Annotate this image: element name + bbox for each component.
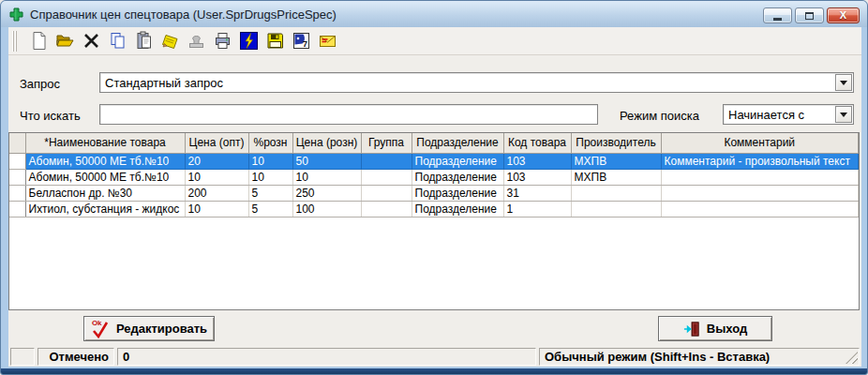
table-cell[interactable]: 1 bbox=[503, 201, 571, 217]
table-cell[interactable]: Подразделение bbox=[412, 153, 503, 169]
column-header[interactable]: Подразделение bbox=[412, 133, 503, 153]
table-cell[interactable] bbox=[361, 153, 412, 169]
row-marker[interactable] bbox=[9, 153, 25, 169]
copy-icon bbox=[108, 31, 127, 51]
table-cell[interactable]: 10 bbox=[248, 153, 292, 169]
table-cell[interactable]: 103 bbox=[503, 169, 571, 185]
table-cell[interactable] bbox=[661, 185, 859, 201]
mail-icon bbox=[318, 31, 337, 51]
table-row[interactable]: Абомин, 50000 МЕ тб.№10201050Подразделен… bbox=[9, 153, 859, 169]
print-button[interactable] bbox=[209, 29, 235, 53]
table-cell[interactable]: 31 bbox=[503, 185, 571, 201]
table-cell[interactable]: Абомин, 50000 МЕ тб.№10 bbox=[25, 153, 185, 169]
chevron-down-icon bbox=[840, 112, 847, 121]
table-row[interactable]: Абомин, 50000 МЕ тб.№10101010Подразделен… bbox=[9, 169, 859, 185]
search-mode-label: Режим поиска bbox=[620, 109, 699, 123]
window-content: 7 Запрос Стандартный запрос Что искать Р… bbox=[8, 27, 861, 367]
open-folder-button[interactable] bbox=[52, 29, 78, 53]
execute-query-button[interactable] bbox=[235, 29, 262, 53]
table-cell[interactable]: 10 bbox=[185, 201, 248, 217]
table-cell[interactable]: 10 bbox=[248, 169, 292, 185]
table-cell[interactable]: 250 bbox=[292, 185, 361, 201]
table-cell[interactable] bbox=[661, 169, 859, 185]
delete-button[interactable] bbox=[78, 29, 104, 53]
table-cell[interactable]: МХПВ bbox=[571, 169, 661, 185]
table-cell[interactable]: 50 bbox=[292, 153, 361, 169]
column-header[interactable]: Комментарий bbox=[661, 133, 859, 153]
column-header[interactable]: Производитель bbox=[571, 133, 661, 153]
table-row[interactable]: Ихтиол, субстанция - жидкос105100Подразд… bbox=[9, 201, 859, 217]
ok-check-icon: Ok bbox=[91, 320, 110, 338]
marker-column-header bbox=[9, 133, 25, 153]
table-cell[interactable] bbox=[361, 201, 412, 217]
save-button[interactable] bbox=[262, 29, 288, 53]
table-cell[interactable]: 10 bbox=[292, 169, 361, 185]
exit-button[interactable]: Выход bbox=[658, 316, 772, 341]
table-cell[interactable]: 10 bbox=[185, 169, 248, 185]
stamp-icon bbox=[187, 31, 206, 51]
table-cell[interactable]: Подразделение bbox=[412, 201, 503, 217]
minimize-button[interactable] bbox=[763, 8, 792, 23]
table-cell[interactable]: 200 bbox=[185, 185, 248, 201]
query-dropdown-button[interactable] bbox=[835, 74, 852, 91]
column-header[interactable]: Цена (розн) bbox=[292, 133, 361, 153]
column-header[interactable]: Группа bbox=[361, 133, 412, 153]
marked-label: Отмечено bbox=[49, 350, 109, 364]
new-document-button[interactable] bbox=[25, 29, 52, 53]
maximize-button[interactable] bbox=[795, 8, 824, 23]
row-marker[interactable] bbox=[9, 169, 25, 185]
save-icon bbox=[265, 31, 285, 51]
row-marker[interactable] bbox=[9, 201, 25, 217]
mail-button[interactable] bbox=[314, 29, 340, 53]
delete-icon bbox=[82, 31, 101, 51]
row-marker[interactable] bbox=[9, 185, 25, 201]
table-cell[interactable]: 100 bbox=[292, 201, 361, 217]
minimize-icon bbox=[773, 18, 782, 21]
mode-status-text: Обычный режим (Shift+Ins - Вставка) bbox=[545, 350, 770, 364]
caption-buttons: X bbox=[763, 8, 860, 23]
table-cell[interactable] bbox=[661, 201, 859, 217]
table-cell[interactable]: Белласпон др. №30 bbox=[25, 185, 185, 201]
table-cell[interactable]: 5 bbox=[248, 185, 292, 201]
titlebar[interactable]: Справочник цен спецтовара (User.SprDrugs… bbox=[1, 1, 867, 27]
column-header[interactable]: Код товара bbox=[503, 133, 571, 153]
status-panel-marked-count: 0 bbox=[117, 348, 536, 366]
table-cell[interactable]: Подразделение bbox=[412, 185, 503, 201]
table-cell[interactable]: 20 bbox=[185, 153, 248, 169]
table-cell[interactable]: Ихтиол, субстанция - жидкос bbox=[25, 201, 185, 217]
paste-icon bbox=[134, 31, 154, 51]
resize-grip[interactable] bbox=[846, 352, 858, 364]
table-cell[interactable]: МХПВ bbox=[571, 153, 661, 169]
table-cell[interactable]: Абомин, 50000 МЕ тб.№10 bbox=[25, 169, 185, 185]
table-cell[interactable] bbox=[571, 201, 661, 217]
table-cell[interactable]: Подразделение bbox=[412, 169, 503, 185]
exit-door-icon bbox=[683, 321, 700, 338]
report-icon: 7 bbox=[292, 31, 311, 51]
edit-note-button[interactable] bbox=[157, 29, 183, 53]
query-combobox[interactable]: Стандартный запрос bbox=[99, 72, 854, 93]
search-mode-dropdown-button[interactable] bbox=[835, 106, 852, 123]
paste-button[interactable] bbox=[130, 29, 157, 53]
table-row[interactable]: Белласпон др. №302005250Подразделение31 bbox=[9, 185, 859, 201]
table-cell[interactable] bbox=[361, 185, 412, 201]
status-panel-mode: Обычный режим (Shift+Ins - Вставка) bbox=[539, 348, 860, 366]
table-cell[interactable] bbox=[361, 169, 412, 185]
marked-count: 0 bbox=[123, 350, 129, 364]
search-input[interactable] bbox=[99, 104, 598, 125]
close-button[interactable]: X bbox=[827, 8, 860, 23]
copy-button[interactable] bbox=[104, 29, 130, 53]
column-header[interactable]: *Наименование товара bbox=[25, 133, 185, 153]
column-header[interactable]: Цена (опт) bbox=[185, 133, 248, 153]
table-cell[interactable]: 5 bbox=[248, 201, 292, 217]
column-header[interactable]: %розн bbox=[248, 133, 292, 153]
edit-button[interactable]: Ok Редактировать bbox=[83, 316, 215, 341]
table-cell[interactable]: Комментарий - произвольный текст bbox=[661, 153, 859, 169]
toolbar-gripper[interactable] bbox=[12, 31, 19, 52]
table-cell[interactable]: 103 bbox=[503, 153, 571, 169]
search-mode-combobox[interactable]: Начинается с bbox=[723, 104, 854, 125]
execute-query-icon bbox=[239, 31, 259, 51]
header-row: *Наименование товараЦена (опт)%рознЦена … bbox=[9, 133, 859, 153]
table-cell[interactable] bbox=[571, 185, 661, 201]
report-button[interactable]: 7 bbox=[288, 29, 314, 53]
stamp-button[interactable] bbox=[183, 29, 209, 53]
